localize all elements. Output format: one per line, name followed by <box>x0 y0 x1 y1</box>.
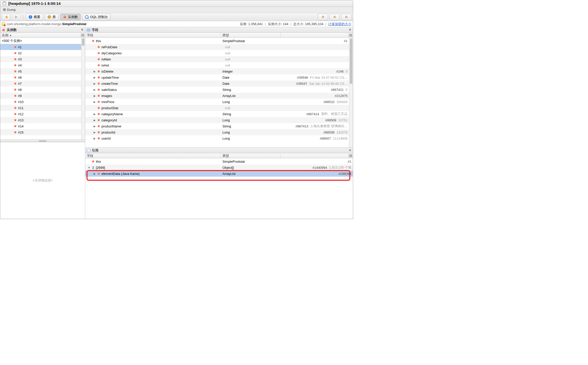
instance-row[interactable]: #12 <box>0 111 81 117</box>
field-row[interactable]: ▶productStarnull <box>85 105 349 111</box>
instance-group-row[interactable]: <500 个实例> <box>0 38 81 44</box>
field-type: Long <box>221 100 281 104</box>
field-icon <box>97 88 100 91</box>
field-name: isDelete <box>101 70 113 73</box>
toolbar-action-1[interactable] <box>318 14 328 20</box>
reference-row[interactable]: ▼[2699]Object[]#14409941,823,230 个项 <box>85 164 353 171</box>
disclosure-open-icon[interactable]: ▼ <box>88 166 90 169</box>
field-value: #8850711114608 <box>281 137 349 140</box>
instance-row[interactable]: #2 <box>0 50 81 56</box>
instance-icon <box>13 82 17 85</box>
field-row[interactable]: ▶imagesArrayList#212875 <box>85 93 349 99</box>
toolbar-separator <box>23 14 23 20</box>
instance-row[interactable]: #9 <box>0 93 81 99</box>
field-type: Long <box>221 137 281 140</box>
field-value: null <box>222 57 232 61</box>
instance-icon <box>13 45 17 49</box>
menu-grid-icon <box>349 34 352 37</box>
toolbar-action-3[interactable] <box>341 14 351 20</box>
instances-tree[interactable]: <500 个实例>#1#2#3#4#5#6#7#8#9#10#11#12#13#… <box>0 38 81 139</box>
horizontal-splitter[interactable] <box>0 139 85 142</box>
instance-row[interactable]: #10 <box>0 99 81 105</box>
field-row[interactable]: ▶productNameString#887413人物头像雕塑 玻璃钢仿… <box>85 123 349 129</box>
oql-tab-button[interactable]: OQL 控制台 <box>82 14 111 20</box>
vertical-scrollbar[interactable] <box>349 38 353 147</box>
reference-row[interactable]: ▶thisSimpleProdstat#1 <box>85 158 353 164</box>
disclosure-closed-icon[interactable]: ▶ <box>93 88 96 91</box>
close-icon[interactable]: ✕ <box>348 28 352 31</box>
field-row[interactable]: ▶saleStatusString#8874215 <box>85 87 349 93</box>
close-icon[interactable]: ✕ <box>80 28 84 31</box>
field-row[interactable]: ▶userIdLong#8850711114608 <box>85 135 349 141</box>
toolbar-action-2[interactable] <box>330 14 340 20</box>
instance-row[interactable]: #5 <box>0 68 81 74</box>
field-icon <box>97 94 100 97</box>
field-row[interactable]: ▶isDeleteInteger#2460 <box>85 68 349 74</box>
disclosure-closed-icon[interactable]: ▶ <box>93 131 96 134</box>
package-name: com.shunteng.platform.model.mongo. <box>7 22 62 26</box>
column-menu-button[interactable] <box>80 33 85 38</box>
field-row[interactable]: ▶thisSimpleProdstat#1 <box>85 38 349 44</box>
disclosure-closed-icon[interactable]: ▶ <box>93 76 96 79</box>
class-stats: 实例: 1,356,841 | 实例大小: 144 | 总大小: 195,385… <box>240 22 351 26</box>
disclosure-closed-icon[interactable]: ▶ <box>93 94 96 97</box>
disclosure-closed-icon[interactable]: ▶ <box>93 70 96 73</box>
field-row[interactable]: ▶categoryNameString#887414塑料、树脂工艺品 <box>85 111 349 117</box>
field-row[interactable]: ▶updateTimeDate#39548Fri Mar 24 07:56:52… <box>85 74 349 80</box>
reference-row[interactable]: ▶elementData (Java frame)ArrayList#19828… <box>85 171 353 177</box>
field-value: #212875 <box>281 94 349 98</box>
col-type[interactable]: 类型 <box>221 153 281 158</box>
instance-col[interactable]: 实例 ▲ <box>0 33 85 38</box>
field-row[interactable]: ▶isHotnull <box>85 62 349 68</box>
instances-tab-button[interactable]: 实例数 <box>60 14 81 20</box>
column-menu-button[interactable] <box>348 153 353 158</box>
fields-table[interactable]: ▶thisSimpleProdstat#1▶rePubDatenull▶diyC… <box>85 38 353 147</box>
field-row[interactable]: ▶categoryIdLong#8850910751 <box>85 117 349 123</box>
disclosure-closed-icon[interactable]: ▶ <box>93 125 96 127</box>
field-row[interactable]: ▶diyCategoriesnull <box>85 50 349 56</box>
disclosure-closed-icon[interactable]: ▶ <box>93 172 96 175</box>
disclosure-closed-icon[interactable]: ▶ <box>93 101 96 103</box>
field-row[interactable]: ▶rePubDatenull <box>85 44 349 50</box>
disclosure-closed-icon[interactable]: ▶ <box>93 82 96 85</box>
instance-row[interactable]: #1 <box>0 44 81 50</box>
field-row[interactable]: ▶productIdLong#88508142078 <box>85 129 349 135</box>
instance-row[interactable]: #11 <box>0 105 81 111</box>
field-row[interactable]: ▶minPriceLong#88510300000 <box>85 99 349 105</box>
references-table[interactable]: ▶thisSimpleProdstat#1▼[2699]Object[]#144… <box>85 158 353 219</box>
instance-row[interactable]: #3 <box>0 56 81 62</box>
instance-row[interactable]: #7 <box>0 80 81 87</box>
col-field[interactable]: 字段 <box>85 153 221 158</box>
forward-button[interactable] <box>12 14 21 20</box>
instance-row[interactable]: #6 <box>0 74 81 80</box>
close-icon[interactable]: ✕ <box>348 148 352 152</box>
instance-icon <box>13 88 17 91</box>
instance-row[interactable]: #14 <box>0 123 81 129</box>
instance-row[interactable]: #15 <box>0 129 81 135</box>
instance-row[interactable]: #4 <box>0 62 81 68</box>
fields-panel-title: 字段 <box>92 28 98 32</box>
field-type: null <box>221 63 281 67</box>
field-row[interactable]: ▶createTimeDate#39547Sat Jan 14 02:46:40… <box>85 80 349 87</box>
col-value[interactable]: 值 <box>281 33 353 38</box>
disclosure-closed-icon[interactable]: ▶ <box>93 113 96 115</box>
field-value: #1 <box>281 39 349 43</box>
disclosure-closed-icon[interactable]: ▶ <box>93 137 96 140</box>
instance-icon <box>13 94 17 97</box>
field-name: saleStatus <box>101 88 117 92</box>
col-type[interactable]: 类型 <box>221 33 281 38</box>
field-name: productStar <box>101 106 118 110</box>
instance-row[interactable]: #13 <box>0 117 81 123</box>
compute-retained-link[interactable]: 计算保留的大小 <box>328 22 351 26</box>
field-icon <box>97 57 100 61</box>
col-field[interactable]: 字段 <box>85 33 221 38</box>
overview-tab-button[interactable]: 概要 <box>26 14 43 20</box>
classes-tab-button[interactable]: 类 <box>45 14 59 20</box>
vertical-scrollbar[interactable] <box>81 38 85 139</box>
instance-row[interactable]: #8 <box>0 87 81 93</box>
field-row[interactable]: ▶isMainnull <box>85 56 349 62</box>
disclosure-closed-icon[interactable]: ▶ <box>93 119 96 121</box>
column-menu-button[interactable] <box>348 33 353 38</box>
back-button[interactable] <box>2 14 10 20</box>
col-value[interactable]: 值 <box>281 153 353 158</box>
